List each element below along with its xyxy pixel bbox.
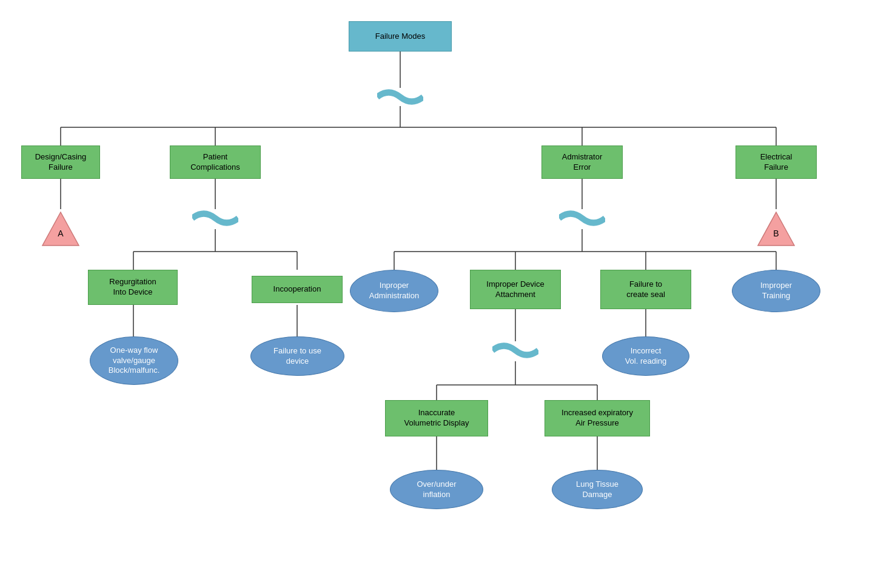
failure-modes-label: Failure Modes [375,32,425,42]
inproper-admin-node: Inproper Administration [350,270,438,312]
inaccurate-vol-node: Inaccurate Volumetric Display [385,400,488,436]
failure-seal-node: Failure to create seal [600,270,691,309]
increased-exp-node: Increased expiratory Air Pressure [545,400,650,436]
design-casing-node: Design/Casing Failure [21,145,100,179]
incooperation-node: Incooperation [252,276,343,303]
wave-4 [492,341,538,359]
patient-complications-label: Patient Complications [190,152,240,173]
lung-tissue-label: Lung Tissue Damage [576,479,618,500]
improper-device-label: Improper Device Attachment [486,279,544,300]
over-under-label: Over/under inflation [417,479,456,500]
inproper-admin-label: Inproper Administration [369,281,419,301]
diagram: Failure Modes Design/Casing Failure Pati… [0,0,878,588]
failure-use-label: Failure to use device [273,346,321,367]
over-under-node: Over/under inflation [390,470,483,509]
svg-text:B: B [773,229,779,238]
triangle-a-node: A [39,209,82,249]
patient-complications-node: Patient Complications [170,145,261,179]
regurgitation-label: Regurgitation Into Device [109,277,156,298]
oneway-valve-label: One-way flow valve/gauge Block/malfunc. [109,346,160,376]
inaccurate-vol-label: Inaccurate Volumetric Display [404,408,469,429]
failure-seal-label: Failure to create seal [626,279,665,300]
wave-2 [192,209,238,227]
improper-device-node: Improper Device Attachment [470,270,561,309]
incorrect-vol-node: Incorrect Vol. reading [602,336,689,376]
svg-text:A: A [58,229,64,238]
triangle-b-node: B [755,209,797,249]
failure-use-node: Failure to use device [250,336,344,376]
admistrator-error-label: Admistrator Error [562,152,602,173]
incooperation-label: Incooperation [273,284,321,295]
admistrator-error-node: Admistrator Error [541,145,623,179]
oneway-valve-node: One-way flow valve/gauge Block/malfunc. [90,336,178,385]
electrical-failure-node: Electrical Failure [736,145,817,179]
improper-training-label: Improper Training [760,281,792,301]
improper-training-node: Improper Training [732,270,820,312]
design-casing-label: Design/Casing Failure [35,152,87,173]
wave-3 [559,209,605,227]
increased-exp-label: Increased expiratory Air Pressure [561,408,633,429]
lung-tissue-node: Lung Tissue Damage [552,470,643,509]
wave-1 [377,88,423,106]
electrical-failure-label: Electrical Failure [760,152,793,173]
regurgitation-node: Regurgitation Into Device [88,270,178,305]
failure-modes-node: Failure Modes [349,21,452,52]
incorrect-vol-label: Incorrect Vol. reading [625,346,667,367]
